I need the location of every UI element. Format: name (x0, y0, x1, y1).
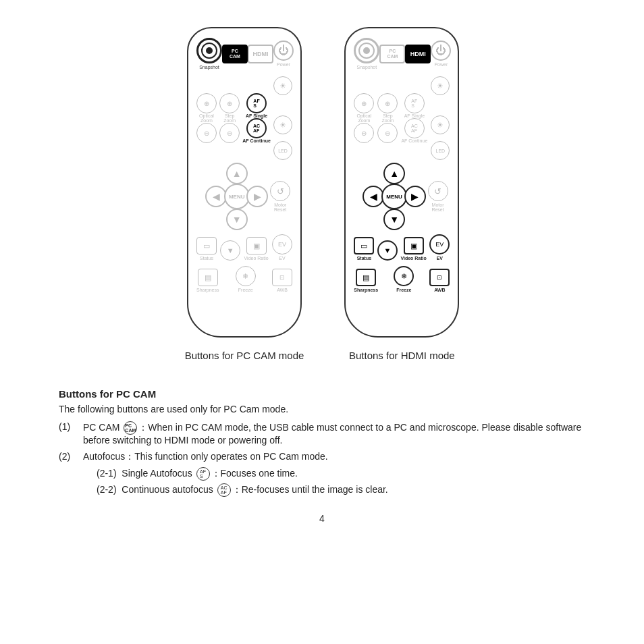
hdmi-motor-reset-label: Motor Reset (426, 203, 450, 212)
hdmi-dpad-down[interactable]: ▼ (383, 209, 405, 230)
brightness-down[interactable]: ☀ (273, 115, 292, 134)
hdmi-freeze-button[interactable]: ❄ (394, 266, 414, 286)
motor-reset-button[interactable]: ↺ (270, 181, 290, 201)
list-item-2: (2) Autofocus：This function only operate… (59, 451, 585, 500)
hdmi-status-row: ▭ Status ▼ ▣ Video Ratio EV EV (354, 234, 450, 261)
item-1-text: PC CAM PCCAM：When in PC CAM mode, the US… (83, 421, 585, 446)
status-col: ▭ Status (196, 237, 217, 261)
freeze-button[interactable]: ❄ (236, 266, 256, 286)
optical-zoom-minus[interactable]: ⊖ (196, 123, 217, 143)
hdmi-optical-zoom-col: ⊕ OpticalZoom ⊖ (354, 93, 374, 143)
hdmi-brightness-up[interactable]: ☀ (431, 76, 450, 95)
snapshot-button[interactable] (196, 38, 222, 63)
motor-reset-label: Motor Reset (268, 203, 292, 212)
awb-button[interactable]: ⊡ (272, 269, 292, 286)
brightness-col: ☀ ☀ LED (273, 76, 292, 160)
remotes-section: Snapshot PC CAM HDMI ⏻ Power (185, 27, 460, 361)
hdmi-snapshot-btn-group: Snapshot (354, 38, 379, 70)
af-single-label: AF Single (246, 113, 267, 118)
hdmi-motor-reset-col: ↺ Motor Reset (426, 181, 450, 212)
optical-zoom-plus[interactable]: ⊕ (196, 93, 217, 113)
hdmi-motor-reset-button[interactable]: ↺ (428, 181, 448, 201)
hdmi-power-button[interactable]: ⏻ (431, 41, 451, 61)
snapshot-core (206, 47, 213, 54)
snapshot-btn-group: Snapshot (196, 38, 222, 70)
dpad-right[interactable]: ▶ (246, 186, 268, 207)
hdmi-snapshot-label: Snapshot (357, 65, 377, 70)
hdmi-video-ratio-button[interactable]: ▣ (404, 237, 424, 254)
ev-col: EV EV (272, 234, 292, 261)
content-section: Buttons for PC CAM The following buttons… (52, 388, 592, 524)
step-zoom-plus[interactable]: ⊕ (219, 93, 240, 113)
hdmi-dpad-menu[interactable]: MENU (381, 184, 407, 209)
hdmi-step-zoom-minus[interactable]: ⊖ (377, 123, 398, 143)
sharpness-col: ▤ Sharpness (196, 269, 219, 292)
hdmi-power-btn-group: ⏻ Power (431, 41, 451, 67)
nav-down-button[interactable]: ▼ (220, 240, 240, 261)
hdmi-pccam-button[interactable]: PC CAM (379, 45, 405, 63)
hdmi-zoom-row: ⊕ OpticalZoom ⊖ ⊕ StepZoom ⊖ AFS AF Sing… (354, 76, 450, 160)
pccam-inline-icon: PCCAM (124, 421, 137, 435)
dpad-down[interactable]: ▼ (226, 209, 248, 230)
hdmi-af-single-button[interactable]: AFS (404, 93, 425, 113)
down-nav-col: ▼ (220, 240, 240, 261)
dpad-menu[interactable]: MENU (224, 184, 250, 209)
hdmi-hdmi-button[interactable]: HDMI (405, 45, 431, 63)
step-zoom-minus[interactable]: ⊖ (219, 123, 240, 143)
optical-zoom-col: ⊕ OpticalZoom ⊖ (196, 93, 217, 143)
hdmi-dpad-up[interactable]: ▲ (383, 163, 405, 184)
hdmi-dpad: ▲ ◀ MENU ▶ ▼ (363, 163, 425, 230)
hdmi-sharpness-label: Sharpness (354, 288, 378, 292)
pc-cam-remote: Snapshot PC CAM HDMI ⏻ Power (187, 27, 302, 338)
hdmi-led-button[interactable]: LED (431, 141, 450, 160)
sharpness-button[interactable]: ▤ (198, 269, 218, 286)
hdmi-status-label: Status (357, 256, 371, 261)
hdmi-step-zoom-label: StepZoom (381, 113, 394, 123)
ev-button[interactable]: EV (272, 234, 292, 254)
step-zoom-col: ⊕ StepZoom ⊖ (219, 93, 240, 143)
hdmi-video-ratio-col: ▣ Video Ratio (400, 237, 426, 261)
hdmi-snapshot-core (363, 47, 370, 54)
pccam-button[interactable]: PC CAM (222, 45, 248, 63)
hdmi-pccam-btn-group: PC CAM (379, 45, 405, 63)
af-continue-button[interactable]: ACAF (246, 118, 267, 138)
hdmi-status-button[interactable]: ▭ (354, 237, 374, 254)
ev-label: EV (279, 256, 285, 261)
video-ratio-label: Video Ratio (244, 256, 269, 261)
video-ratio-button[interactable]: ▣ (246, 237, 267, 254)
led-button[interactable]: LED (273, 141, 292, 160)
hdmi-power-label: Power (434, 62, 448, 67)
hdmi-button[interactable]: HDMI (248, 45, 273, 63)
power-label: Power (277, 62, 290, 67)
hdmi-ev-button[interactable]: EV (429, 234, 450, 254)
dpad-up[interactable]: ▲ (226, 163, 248, 184)
step-zoom-label: StepZoom (223, 113, 236, 123)
hdmi-btn-group: HDMI (248, 45, 273, 63)
hdmi-af-continue-button[interactable]: ACAF (404, 118, 425, 138)
hdmi-nav-down-button[interactable]: ▼ (377, 240, 398, 261)
hdmi-step-zoom-col: ⊕ StepZoom ⊖ (377, 93, 398, 143)
hdmi-awb-label: AWB (434, 288, 445, 292)
hdmi-step-zoom-plus[interactable]: ⊕ (377, 93, 398, 113)
status-button[interactable]: ▭ (196, 237, 217, 254)
hdmi-optical-zoom-minus[interactable]: ⊖ (354, 123, 374, 143)
hdmi-awb-col: ⊡ AWB (429, 269, 450, 292)
pccam-line2: CAM (230, 54, 240, 59)
hdmi-awb-button[interactable]: ⊡ (429, 269, 450, 286)
snapshot-inner (201, 43, 217, 59)
power-button[interactable]: ⏻ (273, 41, 294, 61)
item-1-num: (1) (59, 421, 83, 432)
hdmi-brightness-down[interactable]: ☀ (431, 115, 450, 134)
hdmi-optical-zoom-plus[interactable]: ⊕ (354, 93, 374, 113)
sub-list: (2-1) Single Autofocus AFS：Focuses one t… (83, 467, 585, 497)
hdmi-snapshot-button[interactable] (354, 38, 379, 63)
video-ratio-col: ▣ Video Ratio (244, 237, 269, 261)
brightness-up[interactable]: ☀ (273, 76, 292, 95)
hdmi-video-ratio-label: Video Ratio (400, 256, 426, 261)
hdmi-af-col: AFS AF Single ACAF AF Continue (401, 93, 427, 143)
hdmi-freeze-label: Freeze (396, 288, 411, 292)
af-single-button[interactable]: AFS (246, 93, 267, 113)
hdmi-ev-label: EV (437, 256, 443, 261)
hdmi-sharpness-button[interactable]: ▤ (356, 269, 376, 286)
hdmi-dpad-right[interactable]: ▶ (404, 186, 426, 207)
